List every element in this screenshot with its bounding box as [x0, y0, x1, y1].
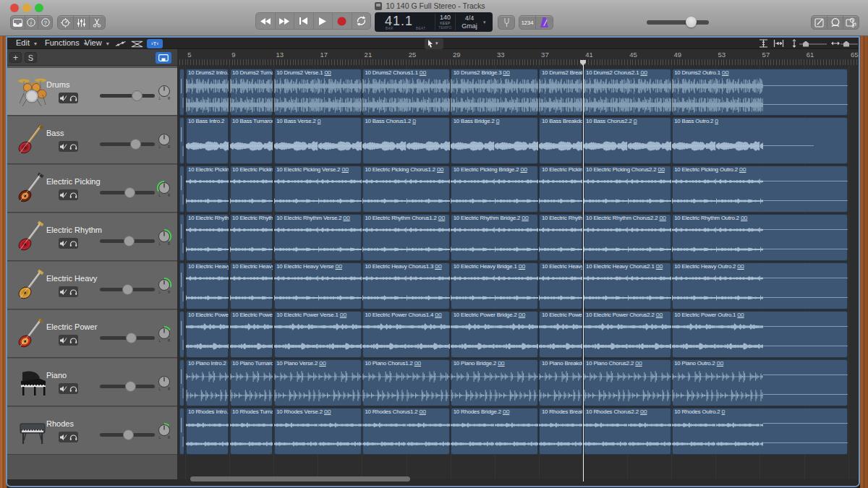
svg-text:L: L: [159, 194, 161, 197]
svg-text:L: L: [159, 97, 161, 100]
svg-text:R: R: [168, 291, 171, 294]
svg-text:L: L: [159, 291, 161, 294]
svg-text:R: R: [168, 194, 171, 197]
svg-text:L: L: [159, 242, 161, 246]
svg-text:R: R: [168, 97, 171, 100]
svg-text:L: L: [159, 339, 161, 343]
svg-text:?: ?: [43, 20, 47, 26]
svg-text:R: R: [168, 242, 171, 246]
svg-text:L: L: [159, 436, 161, 440]
svg-text:L: L: [159, 145, 161, 149]
svg-text:R: R: [168, 339, 171, 343]
svg-text:R: R: [168, 145, 171, 149]
svg-text:R: R: [168, 388, 171, 391]
svg-text:R: R: [168, 436, 171, 440]
svg-text:i: i: [30, 20, 32, 26]
svg-text:L: L: [159, 388, 161, 391]
